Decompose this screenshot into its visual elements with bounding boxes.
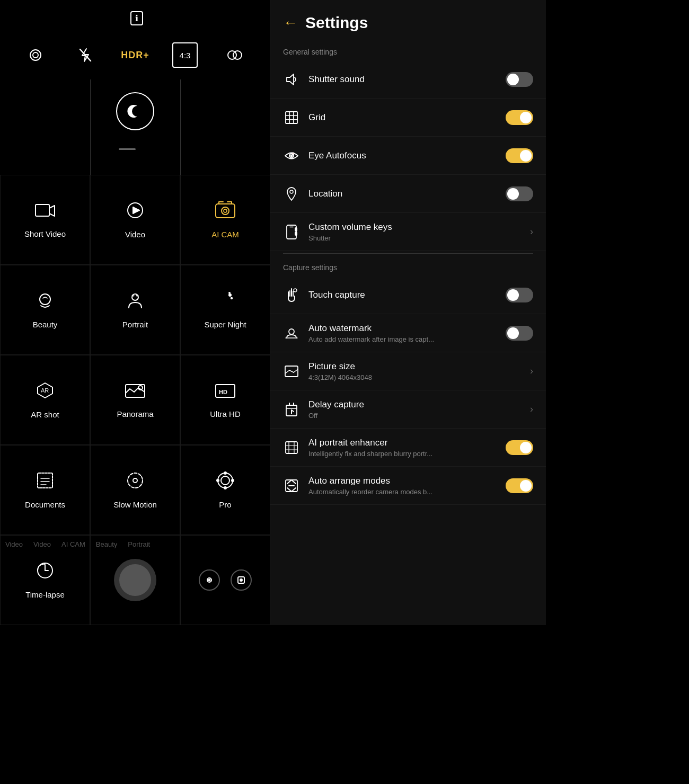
moon-icon bbox=[106, 82, 164, 140]
mode-ar-shot[interactable]: AR AR shot bbox=[0, 355, 90, 445]
svg-point-35 bbox=[224, 487, 226, 489]
svg-point-11 bbox=[40, 294, 50, 305]
svg-rect-55 bbox=[295, 228, 297, 231]
location-item: Location bbox=[270, 175, 546, 213]
svg-point-0 bbox=[30, 50, 41, 60]
focus-square-icon[interactable] bbox=[231, 569, 252, 591]
mode-time-lapse[interactable]: Time-lapse bbox=[0, 535, 90, 625]
ultra-hd-label: Ultra HD bbox=[210, 409, 241, 418]
eye-autofocus-knob bbox=[520, 150, 532, 162]
svg-rect-70 bbox=[286, 442, 297, 453]
mode-slow-motion[interactable]: Slow Motion bbox=[90, 445, 180, 535]
svg-point-4 bbox=[233, 51, 242, 59]
shutter-sound-text: Shutter sound bbox=[308, 74, 497, 85]
ai-portrait-item: AI portrait enhancer Intelligently fix a… bbox=[270, 429, 546, 467]
top-toolbar: HDR+ 4:3 bbox=[0, 42, 270, 68]
time-lapse-label: Time-lapse bbox=[25, 590, 65, 599]
mode-super-night[interactable]: Super Night bbox=[180, 265, 270, 355]
dash-indicator bbox=[119, 148, 136, 150]
svg-point-16 bbox=[231, 298, 232, 299]
camera-panel: ℹ HDR+ 4:3 bbox=[0, 0, 270, 625]
mode-row-2: Beauty Portrait bbox=[0, 265, 270, 355]
mode-ultra-hd[interactable]: HD Ultra HD bbox=[180, 355, 270, 445]
section-divider bbox=[283, 253, 533, 254]
touch-capture-text: Touch capture bbox=[308, 290, 497, 300]
shutter-sound-toggle[interactable] bbox=[506, 72, 533, 87]
mode-portrait[interactable]: Portrait bbox=[90, 265, 180, 355]
mode-documents[interactable]: Documents bbox=[0, 445, 90, 535]
ar-shot-label: AR shot bbox=[31, 410, 59, 419]
svg-line-61 bbox=[285, 370, 289, 373]
mode-ai-cam[interactable]: AI CAM bbox=[180, 175, 270, 265]
shutter-sound-knob bbox=[507, 74, 519, 85]
scroll-labels: Video Video AI CAM Beauty Portrait bbox=[0, 540, 270, 548]
mode-row-4: Documents Slow Motion bbox=[0, 445, 270, 535]
mode-panorama[interactable]: Panorama bbox=[90, 355, 180, 445]
svg-point-58 bbox=[289, 329, 294, 334]
info-icon[interactable]: ℹ bbox=[126, 7, 147, 29]
svg-point-31 bbox=[221, 476, 229, 485]
svg-text:HD: HD bbox=[219, 389, 227, 395]
shutter-area[interactable] bbox=[90, 535, 180, 625]
custom-volume-chevron: › bbox=[530, 226, 533, 237]
touch-capture-toggle[interactable] bbox=[506, 288, 533, 302]
filter-icon[interactable] bbox=[222, 42, 248, 68]
mode-beauty[interactable]: Beauty bbox=[0, 265, 90, 355]
ratio-label[interactable]: 4:3 bbox=[172, 42, 198, 68]
mode-video[interactable]: Video bbox=[90, 175, 180, 265]
time-lapse-icon bbox=[36, 561, 55, 585]
focus-area bbox=[180, 535, 270, 625]
ai-portrait-title: AI portrait enhancer bbox=[308, 438, 497, 448]
svg-point-42 bbox=[240, 579, 242, 581]
panorama-label: Panorama bbox=[117, 409, 153, 418]
eye-autofocus-toggle[interactable] bbox=[506, 148, 533, 163]
svg-marker-43 bbox=[287, 74, 294, 85]
svg-point-30 bbox=[218, 473, 233, 488]
hand-icon bbox=[283, 287, 300, 304]
slow-motion-label: Slow Motion bbox=[113, 500, 157, 509]
svg-point-15 bbox=[229, 294, 231, 296]
settings-title: Settings bbox=[305, 14, 368, 32]
slow-motion-icon bbox=[126, 471, 145, 495]
picture-size-icon bbox=[283, 363, 300, 380]
mode-short-video[interactable]: Short Video bbox=[0, 175, 90, 265]
delay-capture-item[interactable]: Delay capture Off › bbox=[270, 390, 546, 429]
shutter-button[interactable] bbox=[114, 559, 156, 601]
phone-icon bbox=[283, 224, 300, 240]
grid-knob bbox=[520, 112, 532, 123]
auto-arrange-toggle[interactable] bbox=[506, 478, 533, 493]
flash-icon[interactable] bbox=[73, 42, 98, 68]
delay-capture-text: Delay capture Off bbox=[308, 399, 522, 420]
svg-point-57 bbox=[294, 289, 297, 292]
eye-autofocus-item: Eye Autofocus bbox=[270, 137, 546, 175]
auto-watermark-toggle[interactable] bbox=[506, 326, 533, 341]
svg-point-34 bbox=[217, 479, 219, 482]
focus-dot-icon[interactable] bbox=[199, 569, 220, 591]
picture-size-item[interactable]: Picture size 4:3(12M) 4064x3048 › bbox=[270, 352, 546, 390]
portrait-icon bbox=[126, 291, 145, 315]
auto-watermark-knob bbox=[507, 327, 519, 339]
beauty-label: Beauty bbox=[33, 320, 58, 329]
custom-volume-item[interactable]: Custom volume keys Shutter › bbox=[270, 213, 546, 251]
grid-toggle[interactable] bbox=[506, 110, 533, 125]
svg-point-9 bbox=[222, 207, 229, 215]
svg-point-28 bbox=[128, 473, 143, 488]
super-night-icon bbox=[216, 291, 235, 315]
svg-rect-56 bbox=[295, 232, 297, 235]
location-icon bbox=[283, 185, 300, 202]
ai-portrait-toggle[interactable] bbox=[506, 440, 533, 455]
video-label: Video bbox=[125, 230, 145, 239]
mode-pro[interactable]: Pro bbox=[180, 445, 270, 535]
svg-point-51 bbox=[293, 153, 294, 154]
ring-icon[interactable] bbox=[23, 42, 48, 68]
location-toggle[interactable] bbox=[506, 186, 533, 201]
svg-point-32 bbox=[224, 472, 226, 474]
hdr-label[interactable]: HDR+ bbox=[122, 42, 148, 68]
svg-point-50 bbox=[291, 155, 293, 156]
back-button[interactable]: ← bbox=[283, 14, 298, 31]
portrait-label: Portrait bbox=[122, 320, 148, 329]
picture-size-text: Picture size 4:3(12M) 4064x3048 bbox=[308, 361, 522, 381]
ai-cam-label: AI CAM bbox=[211, 230, 239, 239]
speaker-icon bbox=[283, 71, 300, 88]
auto-arrange-title: Auto arrange modes bbox=[308, 476, 497, 486]
